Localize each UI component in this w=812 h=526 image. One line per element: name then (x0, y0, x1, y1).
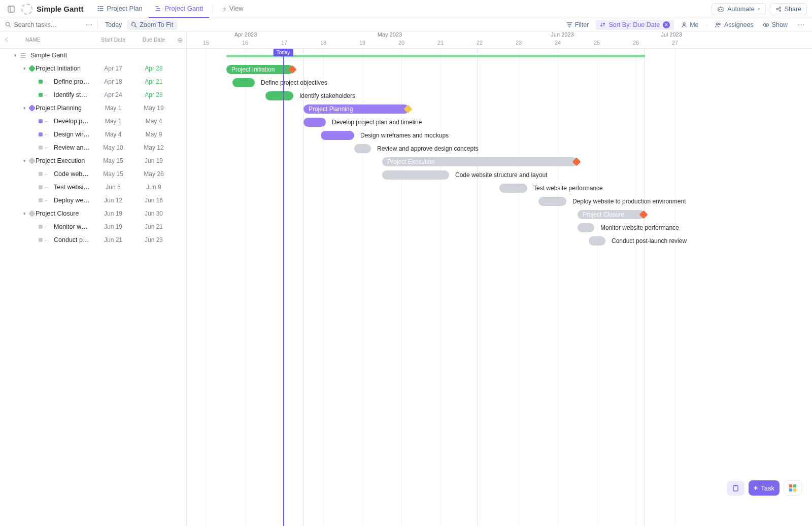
svg-point-15 (719, 23, 720, 24)
task-row[interactable]: ▾Project ExecutionMay 15Jun 19 (0, 154, 186, 167)
week-label: 27 (672, 40, 678, 46)
task-row[interactable]: ▾Project PlanningMay 1May 19 (0, 101, 186, 115)
svg-point-14 (716, 23, 718, 25)
list-header: NAME Start Date Due Date ⊕ (0, 31, 186, 49)
task-row[interactable]: ⌐Conduct post-launch reviewJun 21Jun 23 (0, 233, 186, 247)
due-date: Apr 21 (133, 78, 174, 85)
task-row[interactable]: ⌐Develop project plan and timelineMay 1M… (0, 115, 186, 128)
task-row[interactable]: ⌐Design wireframes and mockupsMay 4May 9 (0, 128, 186, 141)
share-button[interactable]: Share (770, 3, 807, 15)
filter-button[interactable]: Filter (564, 20, 591, 29)
page-title: Simple Gantt (37, 5, 84, 13)
task-name: Test website performance (54, 184, 93, 191)
task-row[interactable]: ⌐Review and approve design conceptsMay 1… (0, 141, 186, 154)
task-list-sidebar: NAME Start Date Due Date ⊕ ▾☰Simple Gant… (0, 31, 187, 526)
search-input-wrap[interactable] (5, 21, 81, 28)
due-date: Jun 30 (133, 210, 174, 217)
user-icon (681, 22, 687, 28)
start-date: Jun 21 (93, 236, 133, 243)
group-bar[interactable]: Project Closure (578, 210, 645, 219)
task-bar[interactable] (303, 118, 326, 127)
task-bar[interactable] (382, 170, 449, 180)
caret-icon[interactable]: ▾ (14, 53, 20, 58)
svg-rect-18 (734, 485, 737, 486)
due-date: Jun 19 (133, 157, 174, 164)
gantt-chart[interactable]: Apr 2023May 2023Jun 2023Jul 2023 1516171… (187, 31, 812, 526)
zoom-to-fit-button[interactable]: Zoom To Fit (127, 20, 177, 30)
task-name: Monitor website performance (54, 223, 93, 230)
bar-label: Code website structure and layout (455, 170, 547, 180)
task-name: Define project objectives (54, 78, 93, 85)
task-row[interactable]: ⌐Define project objectivesApr 18Apr 21 (0, 75, 186, 88)
task-name: Project Closure (36, 210, 93, 217)
task-name: Identify stakeholders (54, 91, 93, 98)
due-date: May 4 (133, 118, 174, 125)
col-due[interactable]: Due Date (133, 37, 174, 43)
clipboard-fab[interactable] (727, 481, 745, 496)
subtask-icon: ⌐ (45, 145, 52, 151)
due-date: Jun 21 (133, 223, 174, 230)
week-label: 15 (203, 40, 209, 46)
add-view-button[interactable]: + View (216, 0, 249, 18)
more-icon[interactable]: ⋯ (83, 19, 94, 31)
task-bar[interactable] (589, 236, 605, 246)
task-bar[interactable] (265, 91, 293, 100)
tab-label: Project Gantt (165, 5, 204, 12)
group-bar[interactable]: Project Planning (303, 104, 409, 114)
task-bar[interactable] (538, 197, 566, 206)
task-row[interactable]: ⌐Code website structure and layoutMay 15… (0, 167, 186, 181)
col-start[interactable]: Start Date (93, 37, 133, 43)
more-settings-icon[interactable]: ⋯ (795, 19, 807, 31)
task-row[interactable]: ⌐Deploy website to production environmen… (0, 194, 186, 207)
due-date: Jun 23 (133, 236, 174, 243)
add-column-button[interactable]: ⊕ (174, 36, 186, 44)
task-bar[interactable] (354, 144, 371, 153)
apps-icon (789, 484, 796, 492)
sort-label: Sort By: Due Date (608, 21, 660, 28)
assignees-button[interactable]: Assignees (713, 20, 756, 29)
timeline-header: Apr 2023May 2023Jun 2023Jul 2023 1516171… (187, 31, 812, 49)
show-button[interactable]: Show (761, 20, 790, 29)
status-icon (39, 93, 45, 97)
task-row[interactable]: ⌐Identify stakeholdersApr 24Apr 28 (0, 88, 186, 101)
tab-project-plan[interactable]: Project Plan (91, 0, 149, 18)
today-button[interactable]: Today (105, 21, 122, 28)
col-name[interactable]: NAME (0, 37, 93, 43)
subtask-icon: ⌐ (45, 171, 52, 177)
sort-pill[interactable]: Sort By: Due Date ✕ (596, 20, 674, 30)
new-task-fab[interactable]: + Task (749, 480, 780, 496)
clear-sort-icon[interactable]: ✕ (663, 21, 670, 28)
collapse-sidebar-icon[interactable] (5, 3, 17, 15)
task-row[interactable]: ⌐Monitor website performanceJun 19Jun 21 (0, 220, 186, 233)
due-date: Jun 16 (133, 197, 174, 204)
task-label: Task (761, 484, 774, 492)
week-label: 18 (320, 40, 326, 46)
month-label: Apr 2023 (234, 31, 257, 38)
task-bar[interactable] (321, 131, 354, 140)
me-button[interactable]: Me (679, 20, 700, 29)
task-bar[interactable] (578, 223, 594, 232)
group-bar[interactable]: Project Execution (382, 157, 578, 166)
apps-fab[interactable] (784, 480, 802, 496)
fab-row: + Task (727, 480, 802, 496)
space-avatar[interactable] (21, 4, 32, 15)
status-icon (39, 198, 45, 202)
task-bar[interactable] (232, 78, 255, 87)
chevron-down-icon: ▾ (758, 7, 760, 12)
svg-point-16 (765, 24, 767, 25)
gantt-body[interactable]: TodayProject InitiationDefine project ob… (187, 49, 812, 526)
tab-project-gantt[interactable]: Project Gantt (149, 0, 210, 18)
svg-point-9 (6, 22, 9, 26)
milestone-icon (29, 211, 36, 216)
task-row[interactable]: ▾☰Simple Gantt (0, 49, 186, 62)
status-icon (39, 225, 45, 229)
task-row[interactable]: ▾Project ClosureJun 19Jun 30 (0, 207, 186, 220)
task-row[interactable]: ▾Project InitiationApr 17Apr 28 (0, 62, 186, 75)
search-input[interactable] (14, 21, 81, 28)
task-rows: ▾☰Simple Gantt▾Project InitiationApr 17A… (0, 49, 186, 526)
task-row[interactable]: ⌐Test website performanceJun 5Jun 9 (0, 181, 186, 194)
collapse-list-icon[interactable] (0, 33, 12, 46)
task-bar[interactable] (499, 184, 527, 193)
status-icon (39, 119, 45, 123)
automate-button[interactable]: Automate ▾ (712, 3, 766, 15)
